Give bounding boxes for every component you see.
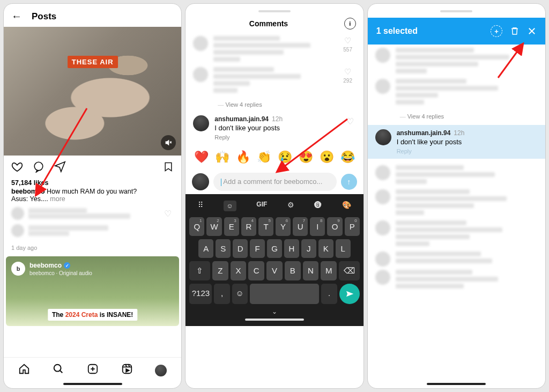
reel-username[interactable]: beebomco✓ bbox=[29, 262, 70, 269]
more-link[interactable]: more bbox=[48, 195, 65, 203]
selected-comment[interactable]: anshuman.jain.9412h I don't like your po… bbox=[368, 125, 545, 159]
key-shift[interactable]: ⇧ bbox=[189, 261, 210, 280]
key-s[interactable]: S bbox=[216, 239, 231, 258]
likes-count[interactable]: 57,184 likes bbox=[11, 178, 174, 187]
keyboard: ⠿ ☺ GIF ⚙ 🅖 🎨 1Q 2W 3E 4R 5T 6Y 7U 8I 9O… bbox=[186, 194, 363, 326]
key-p[interactable]: 0P bbox=[345, 217, 360, 236]
home-indicator[interactable] bbox=[63, 383, 122, 385]
emoji-clap[interactable]: 👏 bbox=[257, 150, 271, 164]
key-comma[interactable]: , bbox=[214, 284, 229, 304]
key-y[interactable]: 6Y bbox=[276, 217, 291, 236]
add-post-icon[interactable] bbox=[87, 363, 99, 378]
view-replies[interactable]: View 4 replies bbox=[193, 98, 355, 113]
key-g[interactable]: G bbox=[267, 239, 282, 258]
reel-preview[interactable]: b beebomco✓ beebomco · Original audio Th… bbox=[6, 256, 179, 326]
reel-audio[interactable]: beebomco · Original audio bbox=[29, 270, 92, 276]
key-v[interactable]: V bbox=[266, 261, 283, 280]
home-indicator[interactable] bbox=[245, 319, 304, 321]
key-emoji[interactable]: ☺ bbox=[232, 284, 248, 304]
key-w[interactable]: 2W bbox=[206, 217, 221, 236]
key-u[interactable]: 7U bbox=[293, 217, 308, 236]
key-numbers[interactable]: ?123 bbox=[189, 284, 212, 304]
key-r[interactable]: 4R bbox=[241, 217, 256, 236]
kbd-collapse-icon[interactable]: ⌄ bbox=[188, 306, 361, 316]
save-icon[interactable] bbox=[163, 161, 174, 175]
key-d[interactable]: D bbox=[233, 239, 248, 258]
comment-icon[interactable] bbox=[33, 161, 44, 176]
like-icon[interactable] bbox=[11, 161, 23, 176]
comment-avatar[interactable] bbox=[193, 115, 209, 131]
reels-icon[interactable] bbox=[121, 363, 133, 378]
panel-comments: Comments i ♡557 ♡292 View 4 replies ansh… bbox=[185, 3, 363, 389]
info-icon[interactable]: i bbox=[344, 18, 356, 29]
kbd-theme-icon[interactable]: 🎨 bbox=[342, 201, 351, 211]
post-caption[interactable]: beebomco How much RAM do you want? Asus:… bbox=[11, 187, 174, 203]
key-a[interactable]: A bbox=[198, 239, 213, 258]
reply-button[interactable]: Reply bbox=[397, 146, 465, 154]
search-nav-icon[interactable] bbox=[53, 363, 64, 378]
delete-icon[interactable] bbox=[510, 26, 520, 36]
key-e[interactable]: 3E bbox=[224, 217, 239, 236]
key-m[interactable]: M bbox=[321, 261, 337, 280]
like-comment-icon[interactable]: ♡ bbox=[346, 116, 354, 127]
caption-user[interactable]: beebomco bbox=[11, 188, 45, 195]
post-image[interactable]: THESE AIR bbox=[4, 27, 181, 156]
key-period[interactable]: . bbox=[321, 284, 337, 304]
emoji-fire[interactable]: 🔥 bbox=[236, 150, 250, 164]
kbd-gif-button[interactable]: GIF bbox=[256, 201, 267, 211]
target-comment[interactable]: anshuman.jain.9412h I don't like your po… bbox=[186, 113, 363, 145]
key-n[interactable]: N bbox=[303, 261, 319, 280]
sheet-handle[interactable] bbox=[440, 10, 472, 12]
reel-overlay-text: The 2024 Creta is INSANE! bbox=[48, 309, 137, 321]
image-caption-badge: THESE AIR bbox=[68, 56, 118, 68]
key-send[interactable] bbox=[339, 284, 360, 304]
key-o[interactable]: 9O bbox=[327, 217, 342, 236]
reply-button[interactable]: Reply bbox=[214, 132, 283, 140]
key-backspace[interactable]: ⌫ bbox=[339, 261, 360, 280]
key-x[interactable]: X bbox=[231, 261, 247, 280]
key-j[interactable]: J bbox=[301, 239, 316, 258]
emoji-hearteyes[interactable]: 😍 bbox=[299, 150, 313, 164]
kbd-gear-icon[interactable]: ⚙ bbox=[287, 201, 294, 211]
share-icon[interactable] bbox=[54, 161, 66, 176]
home-indicator[interactable] bbox=[427, 383, 486, 385]
kbd-translate-icon[interactable]: 🅖 bbox=[314, 201, 322, 211]
comment-input[interactable]: Add a comment for beebomco... bbox=[213, 173, 336, 191]
svg-point-2 bbox=[34, 162, 43, 171]
key-i[interactable]: 8I bbox=[310, 217, 325, 236]
sheet-handle[interactable] bbox=[258, 10, 291, 12]
emoji-joy[interactable]: 😂 bbox=[340, 150, 355, 164]
svg-point-3 bbox=[54, 365, 61, 372]
emoji-heart[interactable]: ❤️ bbox=[194, 150, 209, 164]
comment-user[interactable]: anshuman.jain.94 bbox=[397, 129, 451, 137]
key-q[interactable]: 1Q bbox=[189, 217, 204, 236]
comment-text: I don't like your posts bbox=[397, 137, 465, 146]
comment-avatar[interactable] bbox=[375, 129, 391, 145]
key-t[interactable]: 5T bbox=[258, 217, 273, 236]
view-replies[interactable]: View 4 replies bbox=[375, 110, 538, 125]
panel-posts: ← Posts THESE AIR 57,184 likes beebomco … bbox=[3, 3, 182, 389]
kbd-grid-icon[interactable]: ⠿ bbox=[198, 201, 203, 211]
emoji-wow[interactable]: 😮 bbox=[320, 150, 334, 164]
restrict-icon[interactable]: + bbox=[491, 25, 502, 37]
key-space[interactable] bbox=[250, 284, 320, 304]
close-icon[interactable] bbox=[527, 26, 537, 36]
profile-avatar[interactable] bbox=[155, 365, 167, 376]
emoji-hands[interactable]: 🙌 bbox=[215, 150, 229, 164]
key-z[interactable]: Z bbox=[212, 261, 228, 280]
key-l[interactable]: L bbox=[336, 239, 351, 258]
kbd-sticker-icon[interactable]: ☺ bbox=[224, 201, 236, 211]
send-up-icon[interactable]: ↑ bbox=[341, 174, 357, 190]
comment-time: 12h bbox=[272, 115, 283, 123]
back-icon[interactable]: ← bbox=[11, 10, 22, 23]
posts-title: Posts bbox=[32, 11, 56, 22]
emoji-cry[interactable]: 😢 bbox=[278, 150, 292, 164]
key-h[interactable]: H bbox=[284, 239, 299, 258]
key-f[interactable]: F bbox=[250, 239, 265, 258]
home-icon[interactable] bbox=[18, 363, 30, 378]
key-c[interactable]: C bbox=[248, 261, 264, 280]
comment-user[interactable]: anshuman.jain.94 bbox=[214, 115, 269, 123]
posts-header: ← Posts bbox=[4, 4, 181, 27]
key-b[interactable]: B bbox=[285, 261, 301, 280]
key-k[interactable]: K bbox=[318, 239, 333, 258]
